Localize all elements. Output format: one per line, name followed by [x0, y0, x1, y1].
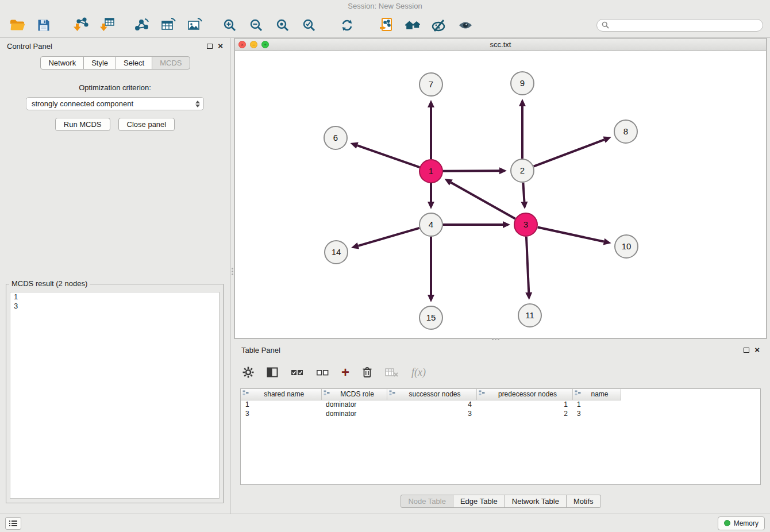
- edge-3-10[interactable]: [538, 227, 604, 241]
- graph-node-15[interactable]: 15: [419, 306, 442, 329]
- table-row[interactable]: 1dominator411: [241, 400, 760, 409]
- graph-node-3[interactable]: 3: [514, 213, 537, 236]
- graph-node-6[interactable]: 6: [324, 126, 347, 149]
- zoom-in-icon[interactable]: [220, 15, 240, 36]
- table-cell[interactable]: 1: [572, 400, 621, 409]
- close-table-panel-icon[interactable]: ×: [754, 347, 760, 353]
- table-tab-edge-table[interactable]: Edge Table: [453, 495, 505, 508]
- network-canvas[interactable]: 7968124314101511: [235, 51, 766, 338]
- task-history-button[interactable]: [5, 517, 21, 530]
- zoom-selected-icon[interactable]: [299, 15, 319, 36]
- save-icon[interactable]: [33, 15, 54, 36]
- mcds-result-list[interactable]: 13: [10, 292, 220, 499]
- control-tab-network[interactable]: Network: [40, 56, 84, 70]
- column-header-successor-nodes[interactable]: successor nodes: [387, 389, 476, 400]
- edge-2-3[interactable]: [523, 183, 524, 202]
- paint-style-icon[interactable]: [429, 15, 449, 36]
- table-cell[interactable]: 1: [241, 400, 321, 409]
- table-cell[interactable]: 3: [387, 409, 476, 418]
- table-cell[interactable]: dominator: [321, 409, 387, 418]
- table-tab-node-table[interactable]: Node Table: [401, 495, 453, 508]
- edge-1-6[interactable]: [357, 145, 419, 167]
- table-cell[interactable]: 4: [387, 400, 476, 409]
- control-tab-mcds[interactable]: MCDS: [152, 56, 190, 70]
- close-window-icon[interactable]: ×: [238, 41, 246, 48]
- sort-icon[interactable]: [389, 390, 395, 398]
- edge-arrowhead: [525, 292, 532, 300]
- function-builder-icon[interactable]: f(x): [411, 367, 426, 379]
- network-window-titlebar[interactable]: × − + scc.txt: [235, 38, 766, 51]
- graph-node-11[interactable]: 11: [518, 304, 541, 327]
- graph-node-2[interactable]: 2: [511, 159, 534, 182]
- graph-node-7[interactable]: 7: [419, 73, 442, 96]
- delete-column-icon[interactable]: [362, 367, 372, 378]
- search-box[interactable]: [596, 19, 763, 32]
- minimize-window-icon[interactable]: −: [250, 41, 257, 48]
- table-cell[interactable]: 2: [476, 409, 572, 418]
- network-from-clipboard-icon[interactable]: [376, 15, 396, 36]
- zoom-out-icon[interactable]: [246, 15, 267, 36]
- close-panel-icon[interactable]: ×: [218, 43, 223, 49]
- graph-node-8[interactable]: 8: [614, 120, 637, 143]
- edge-2-8[interactable]: [534, 140, 605, 166]
- edge-arrowhead: [428, 295, 434, 302]
- graph-node-1[interactable]: 1: [419, 160, 442, 183]
- float-panel-icon[interactable]: [207, 44, 213, 49]
- deselect-all-icon[interactable]: [316, 368, 329, 376]
- main-toolbar: [0, 13, 770, 38]
- new-table-icon[interactable]: [157, 15, 178, 36]
- mcds-result-item[interactable]: 1: [10, 292, 219, 302]
- sort-icon[interactable]: [324, 390, 330, 398]
- run-mcds-button[interactable]: Run MCDS: [55, 118, 110, 131]
- table-panel-header: Table Panel ×: [234, 342, 767, 357]
- import-table-icon[interactable]: [97, 15, 117, 36]
- control-tab-style[interactable]: Style: [83, 56, 116, 70]
- import-network-icon[interactable]: [70, 15, 91, 36]
- search-input[interactable]: [609, 21, 758, 29]
- column-header-MCDS-role[interactable]: MCDS role: [321, 389, 387, 400]
- edge-1-2[interactable]: [443, 171, 499, 171]
- show-hide-icon[interactable]: [455, 15, 476, 36]
- column-header-predecessor-nodes[interactable]: predecessor nodes: [476, 389, 572, 400]
- add-column-icon[interactable]: +: [341, 367, 349, 378]
- gear-icon[interactable]: [242, 367, 254, 378]
- column-header-shared-name[interactable]: shared name: [241, 389, 321, 400]
- delete-table-icon[interactable]: [385, 368, 399, 377]
- sort-icon[interactable]: [242, 390, 249, 398]
- table-row[interactable]: 3dominator323: [241, 409, 760, 418]
- float-table-panel-icon[interactable]: [744, 348, 749, 353]
- mcds-result-group: MCDS result (2 nodes) 13: [6, 284, 224, 503]
- vertical-splitter[interactable]: [231, 267, 234, 276]
- maximize-window-icon[interactable]: +: [261, 41, 269, 48]
- table-cell[interactable]: dominator: [321, 400, 387, 409]
- open-folder-icon[interactable]: [7, 15, 28, 36]
- close-panel-button[interactable]: Close panel: [118, 118, 175, 131]
- edge-3-11[interactable]: [526, 237, 529, 292]
- table-tab-motifs[interactable]: Motifs: [566, 495, 601, 508]
- column-selector-icon[interactable]: [267, 367, 278, 377]
- new-network-icon[interactable]: [131, 15, 152, 36]
- mcds-result-item[interactable]: 3: [10, 302, 219, 311]
- table-cell[interactable]: 3: [241, 409, 321, 418]
- select-all-icon[interactable]: [291, 368, 303, 376]
- memory-button[interactable]: Memory: [718, 516, 765, 530]
- edge-3-1[interactable]: [451, 183, 515, 219]
- edge-4-14[interactable]: [358, 228, 419, 246]
- sort-icon[interactable]: [479, 390, 485, 398]
- export-image-icon[interactable]: [184, 15, 205, 36]
- graph-node-9[interactable]: 9: [511, 72, 534, 95]
- graph-node-4[interactable]: 4: [419, 213, 442, 236]
- control-tab-select[interactable]: Select: [116, 56, 152, 70]
- graph-node-10[interactable]: 10: [615, 235, 638, 258]
- graph-node-14[interactable]: 14: [325, 241, 348, 264]
- zoom-fit-icon[interactable]: [272, 15, 293, 36]
- horizontal-splitter[interactable]: [491, 338, 500, 341]
- optimization-dropdown[interactable]: strongly connected component: [26, 97, 204, 110]
- refresh-icon[interactable]: [337, 15, 357, 36]
- table-cell[interactable]: 3: [572, 409, 621, 418]
- first-neighbors-icon[interactable]: [402, 15, 423, 36]
- column-header-name[interactable]: name: [572, 389, 621, 400]
- table-cell[interactable]: 1: [476, 400, 572, 409]
- sort-icon[interactable]: [575, 390, 581, 398]
- table-tab-network-table[interactable]: Network Table: [505, 495, 567, 508]
